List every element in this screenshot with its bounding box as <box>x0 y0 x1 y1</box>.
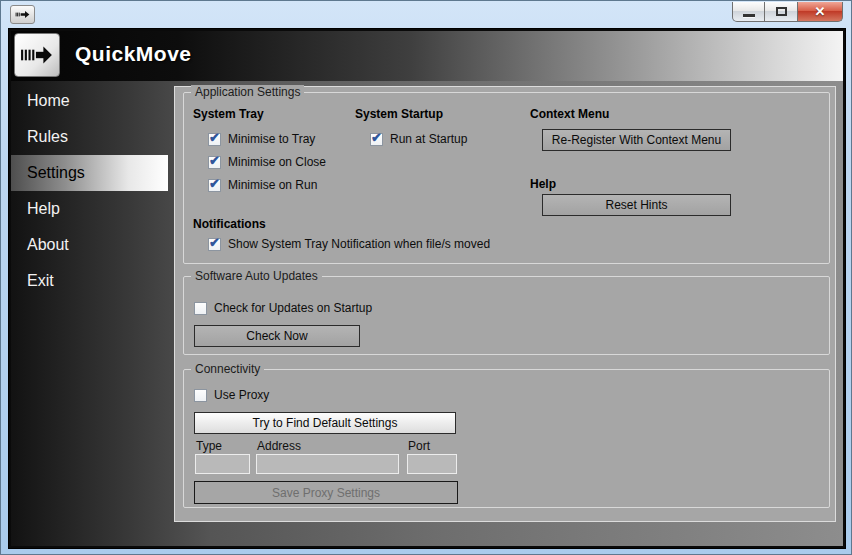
checkbox-icon: ✔ <box>208 133 221 146</box>
heading-system-tray: System Tray <box>193 107 264 121</box>
checkbox-check-updates-startup[interactable]: ✔ Check for Updates on Startup <box>194 301 372 315</box>
sidebar-item-about[interactable]: About <box>11 227 168 263</box>
type-label: Type <box>196 439 222 453</box>
group-title: Application Settings <box>191 85 304 100</box>
minimize-button[interactable] <box>732 2 765 22</box>
checkbox-icon: ✔ <box>208 179 221 192</box>
main-area: Home Rules Settings Help About Exit Appl… <box>11 81 843 546</box>
type-field[interactable] <box>195 454 250 474</box>
checkbox-icon: ✔ <box>370 133 383 146</box>
maximize-button[interactable] <box>765 2 798 22</box>
heading-context-menu: Context Menu <box>530 107 609 121</box>
check-now-button[interactable]: Check Now <box>194 325 360 347</box>
minimize-icon <box>743 14 755 17</box>
group-connectivity: Connectivity ✔ Use Proxy Try to Find Def… <box>183 369 830 508</box>
maximize-icon <box>776 7 787 16</box>
find-default-settings-button[interactable]: Try to Find Default Settings <box>194 412 456 434</box>
sidebar-item-help[interactable]: Help <box>11 191 168 227</box>
checkbox-use-proxy[interactable]: ✔ Use Proxy <box>194 388 269 402</box>
save-proxy-settings-button[interactable]: Save Proxy Settings <box>194 481 458 504</box>
close-button[interactable]: ✕ <box>798 2 843 22</box>
window: ✕ QuickMove Home <box>0 0 852 555</box>
group-title: Software Auto Updates <box>191 269 322 284</box>
close-icon: ✕ <box>815 5 826 18</box>
checkbox-minimise-on-close[interactable]: ✔ Minimise on Close <box>208 155 326 169</box>
checkbox-icon: ✔ <box>194 389 207 402</box>
heading-system-startup: System Startup <box>355 107 443 121</box>
reregister-context-menu-button[interactable]: Re-Register With Context Menu <box>542 129 731 151</box>
checkbox-run-at-startup[interactable]: ✔ Run at Startup <box>370 132 467 146</box>
address-label: Address <box>257 439 301 453</box>
checkbox-minimise-on-run[interactable]: ✔ Minimise on Run <box>208 178 317 192</box>
heading-help: Help <box>530 177 556 191</box>
app-header: QuickMove <box>11 31 843 81</box>
checkbox-icon: ✔ <box>208 156 221 169</box>
checkbox-minimise-to-tray[interactable]: ✔ Minimise to Tray <box>208 132 315 146</box>
group-application-settings: Application Settings System Tray ✔ Minim… <box>183 92 830 264</box>
heading-notifications: Notifications <box>193 217 266 231</box>
sidebar-item-home[interactable]: Home <box>11 83 168 119</box>
group-software-auto-updates: Software Auto Updates ✔ Check for Update… <box>183 276 830 355</box>
sidebar: Home Rules Settings Help About Exit <box>11 83 168 299</box>
reset-hints-button[interactable]: Reset Hints <box>542 194 731 216</box>
checkbox-icon: ✔ <box>194 302 207 315</box>
window-controls: ✕ <box>732 1 843 22</box>
arrow-right-icon <box>15 9 30 20</box>
sidebar-item-rules[interactable]: Rules <box>11 119 168 155</box>
page-title: QuickMove <box>75 42 192 66</box>
address-field[interactable] <box>256 454 399 474</box>
port-label: Port <box>408 439 430 453</box>
sidebar-item-settings[interactable]: Settings <box>11 155 168 191</box>
app-icon[interactable] <box>10 5 35 24</box>
window-body: QuickMove Home Rules Settings Help About… <box>8 28 846 549</box>
quickmove-logo <box>14 33 60 77</box>
speed-arrow-icon <box>20 42 54 68</box>
checkbox-show-tray-notification[interactable]: ✔ Show System Tray Notification when fil… <box>208 237 490 251</box>
settings-panel: Application Settings System Tray ✔ Minim… <box>174 86 836 522</box>
group-title: Connectivity <box>191 362 264 377</box>
port-field[interactable] <box>407 454 457 474</box>
checkbox-icon: ✔ <box>208 238 221 251</box>
sidebar-item-exit[interactable]: Exit <box>11 263 168 299</box>
